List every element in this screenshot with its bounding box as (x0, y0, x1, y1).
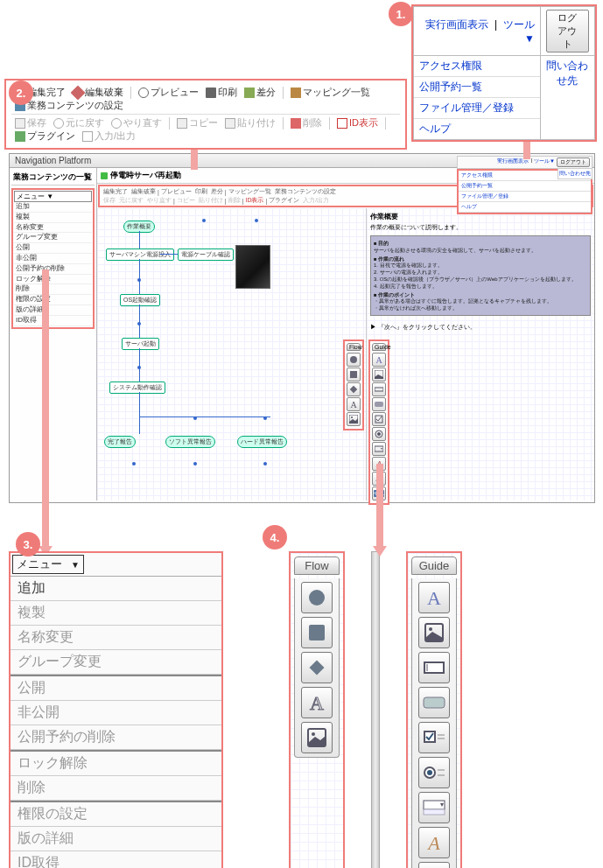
exec-view-link[interactable]: 実行画面表示 (425, 18, 488, 31)
flow-node[interactable]: システム動作確認 (109, 382, 165, 394)
flow-node[interactable]: OS起動確認 (120, 294, 160, 306)
guide-tool-textbox[interactable] (372, 382, 386, 396)
flow-end[interactable]: 完了報告 (104, 436, 136, 448)
flow-tool-image[interactable] (347, 412, 361, 426)
guide-tool-button[interactable] (418, 687, 450, 718)
flow-palette-title: Flow (294, 556, 340, 575)
svg-text:A: A (375, 355, 382, 364)
menu-item-unpublish[interactable]: 非公開 (11, 701, 221, 725)
guide-tool-style[interactable]: A (418, 827, 450, 858)
flow-tool-image[interactable] (301, 722, 333, 753)
mini-menu-item[interactable]: 名称変更 (14, 223, 92, 234)
tb-copy[interactable]: コピー (177, 116, 218, 130)
tb-io[interactable]: 入力/出力 (82, 130, 136, 143)
tb-save[interactable]: 保存 (15, 116, 46, 130)
mini-menu-item[interactable]: 削除 (14, 284, 92, 295)
tb-biz-settings[interactable]: 業務コンテンツの設定 (15, 99, 123, 112)
guide-tool-textbox[interactable] (418, 652, 450, 683)
tb-print[interactable]: 印刷 (206, 86, 237, 99)
menu-item-permission[interactable]: 権限の設定 (11, 801, 221, 827)
sidebar-menu-dropdown[interactable]: メニュー ▼ (14, 191, 92, 202)
mini-menu-item[interactable]: 権限の設定 (14, 295, 92, 305)
tb-edit-discard[interactable]: 編集破棄 (73, 86, 123, 99)
mini-menu-item[interactable]: ロック解除 (14, 275, 92, 285)
flow-node[interactable]: サーバ起動 (122, 338, 159, 350)
logout-button[interactable]: ログアウト (546, 10, 589, 52)
menu-item-del-reserve[interactable]: 公開予約の削除 (11, 725, 221, 750)
menu-item-duplicate[interactable]: 複製 (11, 601, 221, 626)
flow-tool-text[interactable]: A (301, 687, 333, 718)
svg-point-5 (351, 416, 353, 418)
menu-dropdown-head[interactable]: メニュー▼ (12, 555, 84, 574)
contact-link[interactable]: 問い合わせ先 (546, 60, 588, 87)
arrow-4 (376, 464, 383, 548)
flow-tool-diamond[interactable] (347, 382, 361, 396)
guide-tool-checkbox[interactable] (418, 722, 450, 753)
guide-palette: Guide A A HTML (406, 551, 462, 868)
flow-end[interactable]: ソフト異常報告 (165, 436, 215, 448)
flow-node[interactable]: サーバマシン電源投入 (106, 248, 174, 261)
mini-menu-item[interactable]: 追加 (14, 202, 92, 213)
content-title: 停電時サーバ再起動 (110, 170, 181, 181)
guide-tool-button[interactable] (372, 397, 386, 411)
flow-tool-circle[interactable] (347, 353, 361, 367)
mini-menu-item[interactable]: グループ変更 (14, 233, 92, 243)
guide-tool-dropdown[interactable] (372, 442, 386, 456)
link-reserve[interactable]: 公開予約一覧 (414, 77, 540, 98)
tb-diff[interactable]: 差分 (244, 86, 276, 99)
mini-menu-item[interactable]: 版の詳細 (14, 305, 92, 316)
mini-menu-item[interactable]: ID取得 (14, 316, 92, 326)
menu-item-add[interactable]: 追加 (11, 577, 221, 601)
arrow-4-head (373, 546, 387, 556)
menu-item-unlock[interactable]: ロック解除 (11, 750, 221, 776)
tb-redo[interactable]: やり直す (111, 116, 162, 130)
svg-text:A: A (310, 692, 324, 713)
menu-item-rename[interactable]: 名称変更 (11, 626, 221, 650)
svg-rect-18 (309, 625, 325, 640)
tb-plugin[interactable]: プラグイン (15, 130, 75, 143)
palette-divider[interactable] (371, 551, 380, 868)
svg-point-12 (377, 432, 381, 436)
tb-undo[interactable]: 元に戻す (53, 116, 104, 130)
tools-dropdown[interactable]: ツール▼ (503, 18, 535, 45)
guide-next: ▶ 『次へ』をクリックしてください。 (370, 323, 591, 332)
mini-menu-item[interactable]: 公開予約の削除 (14, 264, 92, 275)
mini-menu-item[interactable]: 複製 (14, 213, 92, 223)
guide-tool-text[interactable]: A (372, 353, 386, 367)
guide-tool-text[interactable]: A (418, 582, 450, 613)
svg-point-22 (312, 732, 315, 736)
flow-tool-square[interactable] (347, 368, 361, 382)
guide-tool-checkbox[interactable] (372, 412, 386, 426)
menu-item-delete[interactable]: 削除 (11, 776, 221, 801)
flow-tool-text[interactable]: A (347, 397, 361, 411)
mini-menu-item[interactable]: 非公開 (14, 254, 92, 264)
flow-tool-diamond[interactable] (301, 652, 333, 683)
tb-mapping[interactable]: マッピング一覧 (291, 86, 370, 99)
link-filemgr[interactable]: ファイル管理／登録 (414, 98, 540, 119)
link-help[interactable]: ヘルプ (414, 119, 540, 139)
flow-node[interactable]: 電源ケーブル確認 (178, 248, 234, 261)
tb-id-view[interactable]: ID表示 (337, 116, 378, 130)
guide-tool-dropdown[interactable] (418, 792, 450, 823)
flow-tool-circle[interactable] (301, 582, 333, 613)
guide-panel: ■ 目的 サーバを起動させる環境の安全を確認して、サーバを起動させます。 ■ 作… (370, 235, 591, 316)
link-access[interactable]: アクセス権限 (414, 56, 540, 77)
guide-tool-image[interactable] (372, 368, 386, 382)
flow-canvas[interactable]: 作業概要 サーバマシン電源投入 電源ケーブル確認 OS起動確認 サーバ起動 シス… (97, 208, 367, 500)
tb-paste[interactable]: 貼り付け (225, 116, 276, 130)
guide-tool-radio[interactable] (418, 757, 450, 788)
guide-tool-radio[interactable] (372, 427, 386, 441)
tb-delete[interactable]: 削除 (291, 116, 322, 130)
menu-item-group[interactable]: グループ変更 (11, 650, 221, 675)
mini-menu-item[interactable]: 公開 (14, 243, 92, 254)
menu-item-version[interactable]: 版の詳細 (11, 827, 221, 851)
tb-preview[interactable]: プレビュー (138, 86, 199, 99)
flow-tool-square[interactable] (301, 617, 333, 648)
svg-point-0 (350, 356, 357, 363)
menu-item-getid[interactable]: ID取得 (11, 851, 221, 868)
menu-item-publish[interactable]: 公開 (11, 675, 221, 701)
guide-tool-image[interactable] (418, 617, 450, 648)
flow-end[interactable]: ハード異常報告 (237, 436, 287, 448)
mini-flow-palette: Flow A (343, 340, 364, 430)
guide-tool-link[interactable] (418, 862, 450, 868)
